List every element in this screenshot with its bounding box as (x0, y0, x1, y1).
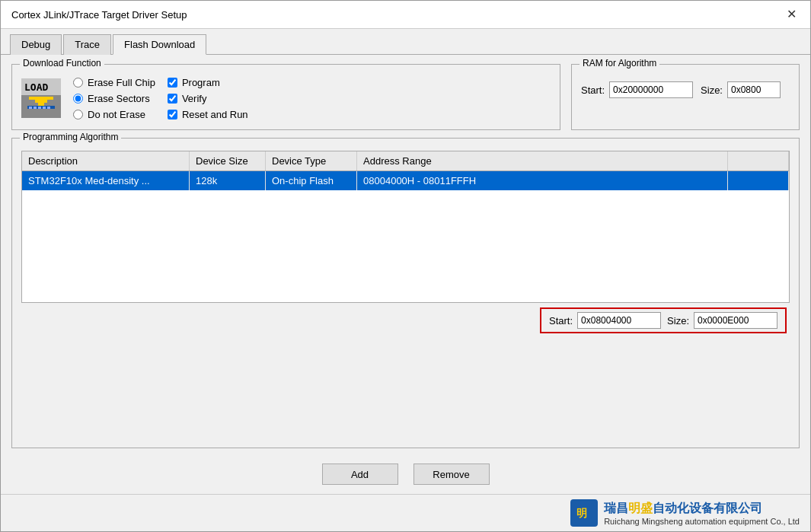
radio-erase-sectors-label: Erase Sectors (88, 93, 150, 104)
ram-size-input[interactable] (727, 81, 781, 98)
col-description: Description (22, 151, 190, 170)
checkbox-program-label: Program (182, 77, 220, 88)
cell-description: STM32F10x Med-density ... (22, 171, 190, 190)
bottom-row: Start: Size: (21, 307, 790, 333)
download-function-group: Download Function LOAD (11, 64, 560, 130)
svg-text:明: 明 (576, 508, 587, 519)
radio-group: Erase Full Chip Erase Sectors Do not Era… (73, 77, 155, 120)
df-inner: LOAD (21, 75, 551, 120)
svg-rect-3 (29, 97, 53, 100)
table-row[interactable]: STM32F10x Med-density ... 128k On-chip F… (22, 171, 789, 190)
add-button[interactable]: Add (322, 464, 398, 485)
radio-erase-sectors: Erase Sectors (73, 93, 155, 104)
ram-inner: Start: Size: (581, 81, 790, 98)
download-function-title: Download Function (20, 58, 104, 68)
checkbox-verify-input[interactable] (168, 94, 177, 104)
svg-rect-11 (47, 107, 50, 109)
col-device-size: Device Size (190, 151, 266, 170)
window-title: Cortex JLink/JTrace Target Driver Setup (11, 9, 187, 21)
programming-algorithm-title: Programming Algorithm (20, 132, 121, 142)
radio-erase-full-chip: Erase Full Chip (73, 77, 155, 88)
svg-rect-4 (35, 100, 47, 103)
radio-erase-full-chip-input[interactable] (73, 78, 83, 88)
ram-start-label: Start: (581, 84, 605, 96)
pa-start-label: Start: (549, 315, 573, 327)
tab-debug[interactable]: Debug (10, 34, 62, 55)
footer-company-highlight: 明盛 (628, 502, 653, 514)
tab-trace[interactable]: Trace (63, 34, 111, 55)
checkbox-program-input[interactable] (168, 78, 177, 88)
pa-size-input[interactable] (694, 312, 777, 329)
footer-company-sub: Ruichang Mingsheng automation equipment … (604, 517, 800, 526)
svg-rect-7 (29, 107, 32, 109)
ram-start-input[interactable] (609, 81, 693, 98)
cell-device-type: On-chip Flash (266, 171, 357, 190)
col-address-range: Address Range (357, 151, 728, 170)
company-logo-icon: 明 (570, 499, 598, 527)
title-bar: Cortex JLink/JTrace Target Driver Setup … (1, 1, 810, 29)
checkbox-verify: Verify (168, 93, 248, 104)
radio-erase-full-chip-label: Erase Full Chip (88, 77, 155, 88)
checkbox-program: Program (168, 77, 248, 88)
ram-start-field: Start: (581, 81, 693, 98)
checkbox-group: Program Verify Reset and Run (168, 77, 248, 120)
tab-flash-download[interactable]: Flash Download (113, 34, 206, 55)
col-device-type: Device Type (266, 151, 357, 170)
start-size-box: Start: Size: (540, 307, 787, 333)
svg-rect-9 (38, 107, 41, 109)
pa-size-field: Size: (667, 312, 777, 329)
svg-rect-10 (43, 107, 46, 109)
ram-size-label: Size: (701, 84, 723, 96)
load-icon: LOAD (21, 78, 61, 118)
radio-do-not-erase: Do not Erase (73, 109, 155, 120)
footer-text: 瑞昌明盛自动化设备有限公司 Ruichang Mingsheng automat… (604, 501, 800, 526)
load-svg: LOAD (21, 78, 61, 118)
pa-size-label: Size: (667, 315, 689, 327)
radio-do-not-erase-label: Do not Erase (88, 109, 145, 120)
checkbox-reset-run-input[interactable] (168, 110, 177, 119)
footer-logo: 明 瑞昌明盛自动化设备有限公司 Ruichang Mingsheng autom… (570, 499, 800, 527)
pa-start-field: Start: (549, 312, 661, 329)
radio-do-not-erase-input[interactable] (73, 110, 83, 119)
main-content: Download Function LOAD (1, 55, 810, 494)
cell-device-size: 128k (190, 171, 266, 190)
pa-start-input[interactable] (577, 312, 661, 329)
ram-algorithm-group: RAM for Algorithm Start: Size: (571, 64, 800, 130)
top-sections: Download Function LOAD (11, 64, 800, 130)
programming-algorithm-group: Programming Algorithm Description Device… (11, 138, 800, 448)
checkbox-reset-run-label: Reset and Run (182, 109, 248, 120)
table-body: STM32F10x Med-density ... 128k On-chip F… (22, 171, 789, 299)
radio-erase-sectors-input[interactable] (73, 94, 83, 104)
logo-svg: 明 (573, 502, 595, 524)
checkbox-reset-run: Reset and Run (168, 109, 248, 120)
checkbox-verify-label: Verify (182, 93, 207, 104)
footer: 明 瑞昌明盛自动化设备有限公司 Ruichang Mingsheng autom… (1, 494, 810, 531)
tabs-row: Debug Trace Flash Download (1, 29, 810, 55)
col-empty (728, 151, 789, 170)
footer-company-name: 瑞昌明盛自动化设备有限公司 (604, 501, 800, 517)
main-window: Cortex JLink/JTrace Target Driver Setup … (0, 0, 811, 532)
svg-rect-5 (38, 103, 44, 106)
cell-empty (728, 171, 789, 190)
ram-size-field: Size: (701, 81, 781, 98)
svg-rect-8 (34, 107, 37, 109)
close-button[interactable]: ✕ (784, 8, 800, 21)
pa-inner: Description Device Size Device Type Addr… (21, 151, 790, 333)
remove-button[interactable]: Remove (413, 464, 490, 485)
svg-text:LOAD: LOAD (24, 81, 48, 93)
algorithm-table: Description Device Size Device Type Addr… (21, 151, 790, 303)
ram-algorithm-title: RAM for Algorithm (580, 58, 659, 68)
table-header: Description Device Size Device Type Addr… (22, 151, 789, 171)
buttons-row: Add Remove (11, 464, 800, 485)
cell-address-range: 08004000H - 08011FFFH (357, 171, 728, 190)
